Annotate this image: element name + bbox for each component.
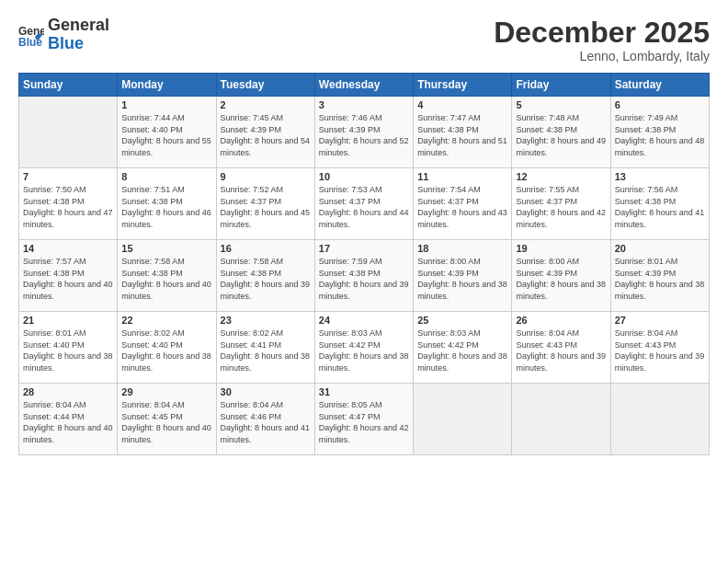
day-info: Sunrise: 7:55 AMSunset: 4:37 PMDaylight:…	[516, 184, 606, 230]
calendar-week-1: 1Sunrise: 7:44 AMSunset: 4:40 PMDaylight…	[19, 97, 710, 168]
day-number: 7	[23, 171, 113, 182]
day-number: 29	[121, 386, 211, 397]
day-info: Sunrise: 7:47 AMSunset: 4:38 PMDaylight:…	[417, 112, 507, 158]
calendar-week-5: 28Sunrise: 8:04 AMSunset: 4:44 PMDayligh…	[19, 384, 710, 455]
calendar-cell: 18Sunrise: 8:00 AMSunset: 4:39 PMDayligh…	[414, 240, 512, 312]
day-number: 6	[615, 99, 705, 110]
day-info: Sunrise: 8:03 AMSunset: 4:42 PMDaylight:…	[417, 327, 507, 373]
month-title: December 2025	[494, 17, 710, 49]
day-number: 15	[121, 243, 211, 254]
calendar-cell: 12Sunrise: 7:55 AMSunset: 4:37 PMDayligh…	[512, 168, 610, 240]
day-info: Sunrise: 7:44 AMSunset: 4:40 PMDaylight:…	[121, 112, 211, 158]
day-number: 13	[615, 171, 705, 182]
calendar-cell	[512, 384, 610, 455]
day-number: 22	[121, 315, 211, 326]
title-block: December 2025 Lenno, Lombardy, Italy	[494, 17, 710, 63]
day-info: Sunrise: 7:54 AMSunset: 4:37 PMDaylight:…	[417, 184, 507, 230]
day-number: 1	[121, 99, 211, 110]
calendar-table: Sunday Monday Tuesday Wednesday Thursday…	[18, 73, 710, 455]
col-monday: Monday	[118, 74, 216, 97]
day-number: 31	[319, 386, 409, 397]
calendar-cell: 19Sunrise: 8:00 AMSunset: 4:39 PMDayligh…	[512, 240, 610, 312]
calendar-cell	[610, 384, 709, 455]
calendar-cell: 20Sunrise: 8:01 AMSunset: 4:39 PMDayligh…	[610, 240, 709, 312]
calendar-cell	[414, 384, 512, 455]
calendar-cell: 30Sunrise: 8:04 AMSunset: 4:46 PMDayligh…	[216, 384, 314, 455]
calendar-cell: 7Sunrise: 7:50 AMSunset: 4:38 PMDaylight…	[19, 168, 118, 240]
calendar-cell: 25Sunrise: 8:03 AMSunset: 4:42 PMDayligh…	[414, 312, 512, 384]
day-number: 25	[417, 315, 507, 326]
calendar-cell: 10Sunrise: 7:53 AMSunset: 4:37 PMDayligh…	[314, 168, 413, 240]
day-number: 30	[221, 386, 311, 397]
logo-name: General Blue	[48, 17, 109, 53]
day-info: Sunrise: 7:49 AMSunset: 4:38 PMDaylight:…	[615, 112, 705, 158]
day-info: Sunrise: 8:03 AMSunset: 4:42 PMDaylight:…	[319, 327, 409, 373]
calendar-cell: 31Sunrise: 8:05 AMSunset: 4:47 PMDayligh…	[314, 384, 413, 455]
svg-text:Blue: Blue	[18, 36, 42, 48]
day-number: 5	[516, 99, 606, 110]
calendar-cell: 26Sunrise: 8:04 AMSunset: 4:43 PMDayligh…	[512, 312, 610, 384]
day-info: Sunrise: 8:04 AMSunset: 4:46 PMDaylight:…	[221, 399, 311, 445]
day-number: 4	[417, 99, 507, 110]
calendar-week-4: 21Sunrise: 8:01 AMSunset: 4:40 PMDayligh…	[19, 312, 710, 384]
day-number: 26	[516, 315, 606, 326]
day-info: Sunrise: 8:04 AMSunset: 4:43 PMDaylight:…	[516, 327, 606, 373]
day-number: 9	[221, 171, 311, 182]
day-number: 14	[23, 243, 113, 254]
header-row: Sunday Monday Tuesday Wednesday Thursday…	[19, 74, 710, 97]
day-info: Sunrise: 8:00 AMSunset: 4:39 PMDaylight:…	[417, 256, 507, 302]
day-info: Sunrise: 8:02 AMSunset: 4:40 PMDaylight:…	[121, 327, 211, 373]
day-info: Sunrise: 7:59 AMSunset: 4:38 PMDaylight:…	[319, 256, 409, 302]
header: General Blue General Blue December 2025 …	[18, 17, 710, 63]
day-number: 21	[23, 315, 113, 326]
day-info: Sunrise: 8:01 AMSunset: 4:39 PMDaylight:…	[615, 256, 705, 302]
day-number: 19	[516, 243, 606, 254]
calendar-cell: 8Sunrise: 7:51 AMSunset: 4:38 PMDaylight…	[118, 168, 216, 240]
calendar-cell: 3Sunrise: 7:46 AMSunset: 4:39 PMDaylight…	[314, 97, 413, 168]
day-info: Sunrise: 7:58 AMSunset: 4:38 PMDaylight:…	[121, 256, 211, 302]
day-info: Sunrise: 7:52 AMSunset: 4:37 PMDaylight:…	[221, 184, 311, 230]
calendar-cell: 6Sunrise: 7:49 AMSunset: 4:38 PMDaylight…	[610, 97, 709, 168]
calendar-cell: 22Sunrise: 8:02 AMSunset: 4:40 PMDayligh…	[118, 312, 216, 384]
day-info: Sunrise: 8:04 AMSunset: 4:45 PMDaylight:…	[121, 399, 211, 445]
day-number: 12	[516, 171, 606, 182]
calendar-cell: 21Sunrise: 8:01 AMSunset: 4:40 PMDayligh…	[19, 312, 118, 384]
calendar-cell: 13Sunrise: 7:56 AMSunset: 4:38 PMDayligh…	[610, 168, 709, 240]
col-thursday: Thursday	[414, 74, 512, 97]
day-info: Sunrise: 7:51 AMSunset: 4:38 PMDaylight:…	[121, 184, 211, 230]
day-number: 23	[221, 315, 311, 326]
calendar-cell: 15Sunrise: 7:58 AMSunset: 4:38 PMDayligh…	[118, 240, 216, 312]
col-sunday: Sunday	[19, 74, 118, 97]
day-number: 8	[121, 171, 211, 182]
calendar-cell: 28Sunrise: 8:04 AMSunset: 4:44 PMDayligh…	[19, 384, 118, 455]
calendar-cell: 16Sunrise: 7:58 AMSunset: 4:38 PMDayligh…	[216, 240, 314, 312]
day-info: Sunrise: 8:04 AMSunset: 4:44 PMDaylight:…	[23, 399, 113, 445]
day-info: Sunrise: 8:04 AMSunset: 4:43 PMDaylight:…	[615, 327, 705, 373]
calendar-week-3: 14Sunrise: 7:57 AMSunset: 4:38 PMDayligh…	[19, 240, 710, 312]
day-number: 20	[615, 243, 705, 254]
col-wednesday: Wednesday	[314, 74, 413, 97]
logo-icon: General Blue	[18, 22, 44, 48]
day-number: 16	[221, 243, 311, 254]
day-number: 3	[319, 99, 409, 110]
day-info: Sunrise: 7:50 AMSunset: 4:38 PMDaylight:…	[23, 184, 113, 230]
col-tuesday: Tuesday	[216, 74, 314, 97]
calendar-cell: 2Sunrise: 7:45 AMSunset: 4:39 PMDaylight…	[216, 97, 314, 168]
day-info: Sunrise: 8:00 AMSunset: 4:39 PMDaylight:…	[516, 256, 606, 302]
location-subtitle: Lenno, Lombardy, Italy	[494, 49, 710, 63]
day-info: Sunrise: 7:48 AMSunset: 4:38 PMDaylight:…	[516, 112, 606, 158]
day-info: Sunrise: 8:02 AMSunset: 4:41 PMDaylight:…	[221, 327, 311, 373]
calendar-cell: 4Sunrise: 7:47 AMSunset: 4:38 PMDaylight…	[414, 97, 512, 168]
day-info: Sunrise: 7:46 AMSunset: 4:39 PMDaylight:…	[319, 112, 409, 158]
day-number: 10	[319, 171, 409, 182]
day-info: Sunrise: 7:57 AMSunset: 4:38 PMDaylight:…	[23, 256, 113, 302]
day-info: Sunrise: 7:58 AMSunset: 4:38 PMDaylight:…	[221, 256, 311, 302]
calendar-cell: 11Sunrise: 7:54 AMSunset: 4:37 PMDayligh…	[414, 168, 512, 240]
day-info: Sunrise: 7:45 AMSunset: 4:39 PMDaylight:…	[221, 112, 311, 158]
day-number: 11	[417, 171, 507, 182]
calendar-cell: 1Sunrise: 7:44 AMSunset: 4:40 PMDaylight…	[118, 97, 216, 168]
logo: General Blue General Blue	[18, 17, 109, 53]
day-info: Sunrise: 7:56 AMSunset: 4:38 PMDaylight:…	[615, 184, 705, 230]
day-number: 24	[319, 315, 409, 326]
calendar-cell	[19, 97, 118, 168]
